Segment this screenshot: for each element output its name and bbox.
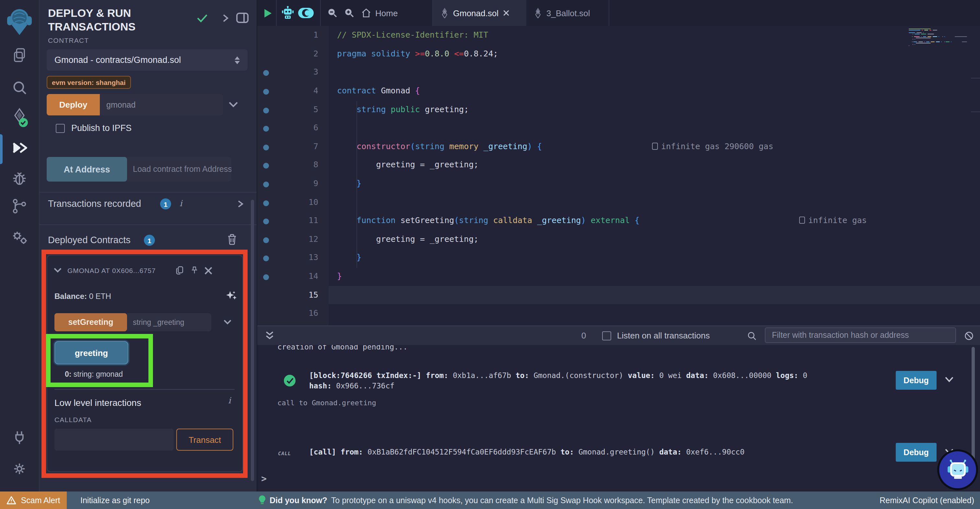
code-line[interactable]: 12 greeting = _greeting;	[257, 231, 980, 249]
collapse-panel-icon[interactable]	[222, 14, 229, 23]
at-address-button[interactable]: At Address	[47, 157, 127, 182]
solidity-compiler-icon[interactable]	[0, 108, 39, 128]
zoom-in-icon[interactable]	[344, 7, 355, 19]
tab-label: Gmonad.sol	[453, 8, 498, 18]
zoom-out-icon[interactable]	[327, 7, 338, 19]
debug-button[interactable]: Debug	[896, 443, 937, 462]
close-contract-icon[interactable]	[204, 266, 213, 274]
line-marker-dot	[263, 256, 269, 262]
evm-version-badge: evm version: shanghai	[47, 76, 131, 89]
transactions-recorded-label: Transactions recorded	[48, 198, 141, 209]
file-explorer-icon[interactable]	[0, 47, 39, 64]
copy-address-icon[interactable]	[175, 265, 185, 276]
plugin-manager-icon[interactable]	[0, 429, 39, 446]
lightbulb-icon	[259, 495, 266, 505]
terminal-search-icon[interactable]	[747, 331, 757, 341]
code-line[interactable]: 10	[257, 193, 980, 212]
tab-gmonad-sol[interactable]: Gmonad.sol	[433, 0, 526, 26]
line-number: 11	[281, 215, 318, 225]
code-line[interactable]: 1// SPDX-License-Identifier: MIT	[257, 27, 980, 45]
pin-view-icon[interactable]	[236, 12, 249, 23]
search-icon[interactable]	[0, 79, 39, 96]
copilot-toggle-icon[interactable]	[298, 7, 314, 19]
debugger-icon[interactable]	[0, 170, 39, 187]
settings-gear-icon[interactable]	[0, 460, 39, 477]
deploy-run-icon[interactable]	[0, 139, 39, 157]
expand-log-chevron-icon[interactable]	[944, 376, 954, 383]
deploy-expand-chevron-icon[interactable]	[228, 101, 239, 108]
terminal-scrollbar[interactable]	[972, 347, 975, 469]
status-bar: Scam Alert Initialize as git repo Did yo…	[0, 491, 980, 509]
low-level-info-icon[interactable]: i	[228, 396, 231, 405]
home-tab[interactable]: Home	[361, 0, 398, 26]
set-greeting-button[interactable]: setGreeting	[54, 313, 127, 331]
code-line[interactable]: 13 }	[257, 249, 980, 268]
code-line[interactable]: 8 greeting = _greeting;	[257, 156, 980, 175]
copilot-status[interactable]: RemixAI Copilot (enabled)	[880, 496, 974, 505]
greeting-button[interactable]: greeting	[54, 341, 128, 364]
home-tab-label: Home	[375, 8, 398, 18]
tx-log-line[interactable]: [block:7646266 txIndex:-] from: 0xb1a...…	[309, 371, 807, 380]
code-line[interactable]: 5 string public greeting;	[257, 101, 980, 119]
tx-log-line[interactable]: hash: 0x966...736cf	[309, 381, 395, 390]
deploy-argument-input[interactable]: gmonad	[100, 94, 223, 115]
code-editor[interactable]: 1// SPDX-License-Identifier: MIT2pragma …	[257, 26, 980, 326]
clear-console-icon[interactable]	[964, 331, 974, 341]
terminal-prompt[interactable]: >	[261, 473, 267, 484]
greeting-result: 0: string: gmonad	[65, 370, 123, 378]
deploy-button[interactable]: Deploy	[47, 94, 100, 115]
code-line[interactable]: 14}	[257, 268, 980, 286]
tab-3-ballot-sol[interactable]: 3_Ballot.sol	[526, 0, 609, 26]
transact-button[interactable]: Transact	[176, 429, 233, 451]
init-git-repo[interactable]: Initialize as git repo	[80, 496, 150, 505]
pin-contract-icon[interactable]	[190, 265, 199, 276]
code-line[interactable]: 7 constructor(string memory _greeting) {…	[257, 138, 980, 156]
scam-alert[interactable]: Scam Alert	[0, 491, 67, 509]
transaction-filter-input[interactable]: Filter with transaction hash or address	[765, 327, 956, 343]
balance-value: 0 ETH	[87, 292, 111, 301]
listen-all-transactions[interactable]: Listen on all transactions	[602, 331, 710, 340]
line-marker-dot	[263, 182, 269, 187]
clear-deployed-trash-icon[interactable]	[227, 233, 237, 245]
ai-sparkles-icon[interactable]	[225, 290, 238, 303]
plugin-gears-icon[interactable]	[0, 228, 39, 246]
transactions-info-icon[interactable]: i	[180, 198, 182, 208]
code-line[interactable]: 3	[257, 64, 980, 82]
remixai-assistant-button[interactable]	[939, 451, 976, 488]
contract-label: CONTRACT	[48, 36, 89, 44]
editor-minimap[interactable]	[909, 29, 968, 50]
panel-scrollbar[interactable]	[251, 200, 254, 481]
publish-ipfs-checkbox[interactable]	[56, 124, 65, 133]
code-line[interactable]: 6	[257, 119, 980, 138]
code-line[interactable]: 4contract Gmonad {	[257, 82, 980, 101]
close-tab-icon[interactable]	[503, 10, 509, 16]
card-collapse-chevron-icon[interactable]	[53, 267, 62, 274]
transactions-expand-icon[interactable]	[237, 200, 244, 208]
tx-log-line[interactable]: [call] from: 0xB1aB62fdFC104512F594fCa0E…	[309, 447, 745, 456]
remix-logo-icon[interactable]	[0, 7, 39, 36]
editor-tab-bar: Home Gmonad.sol 3_Ballot.sol	[257, 0, 980, 27]
warning-icon	[7, 496, 16, 504]
run-script-play-icon[interactable]	[264, 8, 272, 18]
code-line[interactable]: 11 function setGreeting(string calldata …	[257, 212, 980, 230]
code-line[interactable]: 9 }	[257, 175, 980, 193]
at-address-input[interactable]: Load contract from Address	[127, 157, 231, 182]
code-line[interactable]: 2pragma solidity >=0.8.0 <=0.8.24;	[257, 45, 980, 64]
line-number: 14	[281, 271, 318, 281]
transactions-count-badge: 1	[160, 198, 171, 209]
code-line[interactable]: 15	[257, 286, 980, 305]
expand-terminal-icon[interactable]	[265, 331, 274, 340]
code-line[interactable]: 16	[257, 305, 980, 323]
set-greeting-expand-icon[interactable]	[223, 319, 232, 326]
git-icon[interactable]	[0, 198, 39, 215]
solidity-file-icon	[534, 8, 542, 18]
calldata-input[interactable]	[54, 429, 174, 451]
debug-button[interactable]: Debug	[896, 371, 937, 390]
terminal-header: 0 Listen on all transactions Filter with…	[257, 326, 980, 345]
contract-select[interactable]: Gmonad - contracts/Gmonad.sol	[47, 49, 248, 71]
remixai-robot-icon[interactable]	[281, 6, 294, 20]
gas-estimate-hint: infinite gas	[799, 215, 867, 225]
result-index: 0:	[65, 370, 71, 378]
listen-checkbox[interactable]	[602, 331, 611, 340]
set-greeting-input[interactable]: string _greeting	[127, 313, 211, 331]
